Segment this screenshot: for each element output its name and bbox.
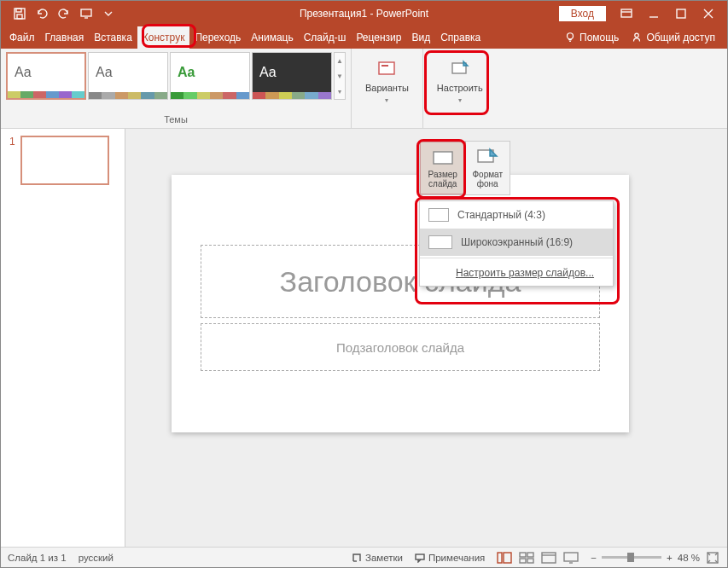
size-widescreen-option[interactable]: Широкоэкранный (16:9) — [420, 229, 613, 256]
save-icon[interactable] — [13, 7, 26, 20]
zoom-out-button[interactable]: − — [591, 553, 597, 563]
variants-button[interactable]: Варианты ▾ — [357, 52, 417, 110]
slide-thumbnails-pane: 1 — [1, 129, 125, 547]
setup-button[interactable]: Настроить ▾ — [428, 52, 492, 110]
maximize-icon[interactable] — [674, 7, 688, 20]
svg-rect-21 — [564, 553, 578, 561]
svg-point-6 — [568, 33, 574, 39]
redo-icon[interactable] — [57, 7, 71, 20]
svg-rect-9 — [381, 65, 388, 67]
ribbon-tabs: Файл Главная Вставка Конструк Переходь А… — [1, 26, 727, 49]
fit-to-window-icon[interactable] — [705, 551, 720, 565]
theme-office[interactable]: Aa — [6, 52, 86, 100]
reading-view-icon[interactable] — [541, 551, 556, 565]
setup-dropdown-panel: Размер слайда Формат фона — [419, 141, 510, 195]
comments-button[interactable]: Примечания — [415, 553, 485, 563]
theme-gallery-2[interactable]: Aa — [170, 52, 250, 100]
title-bar: Презентация1 - PowerPoint Вход — [1, 1, 727, 26]
tab-home[interactable]: Главная — [40, 26, 90, 49]
group-themes: Aa Aa Aa Aa ▲ ▼ ▾ Темы — [1, 49, 352, 128]
svg-rect-2 — [17, 14, 22, 19]
format-background-button[interactable]: Формат фона — [466, 142, 510, 194]
zoom-in-button[interactable]: + — [667, 553, 673, 563]
comments-icon — [415, 553, 425, 563]
tab-slideshow[interactable]: Слайд-ш — [299, 26, 352, 49]
notes-button[interactable]: Заметки — [352, 553, 403, 563]
start-from-beginning-icon[interactable] — [79, 7, 93, 20]
svg-rect-4 — [621, 9, 632, 17]
zoom-slider[interactable] — [602, 556, 661, 559]
standard-ratio-icon — [428, 208, 449, 222]
group-variants: Варианты ▾ — [352, 49, 423, 128]
svg-rect-14 — [498, 553, 502, 563]
tab-transitions[interactable]: Переходь — [189, 26, 246, 49]
notes-icon — [352, 553, 362, 563]
svg-rect-8 — [379, 62, 394, 74]
group-setup: Настроить ▾ — [423, 49, 497, 128]
slide-position: Слайд 1 из 1 — [8, 553, 67, 563]
slide-size-button[interactable]: Размер слайда — [420, 142, 466, 194]
slideshow-view-icon[interactable] — [563, 551, 579, 565]
svg-rect-17 — [527, 553, 533, 557]
share-icon — [631, 32, 643, 43]
svg-rect-19 — [527, 559, 533, 563]
subtitle-placeholder[interactable]: Подзаголовок слайда — [201, 323, 600, 371]
svg-rect-13 — [416, 554, 424, 559]
widescreen-ratio-icon — [428, 235, 452, 249]
tell-me-button[interactable]: Помощь — [564, 32, 619, 43]
svg-rect-1 — [16, 9, 21, 12]
tab-design[interactable]: Конструк — [137, 26, 190, 49]
minimize-icon[interactable] — [647, 7, 661, 20]
svg-rect-16 — [520, 553, 526, 557]
sorter-view-icon[interactable] — [519, 551, 534, 565]
menu-separator — [420, 258, 613, 258]
tab-view[interactable]: Вид — [406, 26, 435, 49]
close-icon[interactable] — [702, 7, 715, 20]
zoom-control: − + 48 % — [591, 551, 720, 565]
slide-thumbnail-1[interactable] — [20, 136, 109, 185]
share-button[interactable]: Общий доступ — [631, 32, 715, 43]
svg-rect-18 — [520, 559, 526, 563]
undo-icon[interactable] — [35, 7, 49, 20]
normal-view-icon[interactable] — [497, 551, 512, 565]
svg-rect-11 — [434, 152, 452, 164]
setup-icon — [450, 59, 470, 79]
svg-rect-15 — [504, 553, 511, 563]
title-bar-right: Вход — [559, 6, 727, 21]
quick-access-toolbar — [1, 7, 115, 20]
svg-rect-3 — [81, 9, 91, 16]
svg-rect-20 — [542, 553, 556, 563]
ribbon: Aa Aa Aa Aa ▲ ▼ ▾ Темы — [1, 49, 727, 129]
zoom-percent[interactable]: 48 % — [678, 553, 700, 563]
theme-gallery-3[interactable]: Aa — [252, 52, 332, 100]
language-indicator[interactable]: русский — [79, 553, 114, 563]
status-bar: Слайд 1 из 1 русский Заметки Примечания … — [1, 547, 727, 567]
svg-point-7 — [635, 33, 638, 37]
slide-size-icon — [432, 148, 454, 168]
slide-size-menu: Стандартный (4:3) Широкоэкранный (16:9) … — [419, 200, 614, 287]
tab-help[interactable]: Справка — [435, 26, 486, 49]
tab-insert[interactable]: Вставка — [89, 26, 137, 49]
ribbon-display-options-icon[interactable] — [620, 7, 633, 20]
size-standard-option[interactable]: Стандартный (4:3) — [420, 201, 613, 229]
workspace: 1 Заголовок слайда Подзаголовок слайда — [1, 129, 727, 547]
tab-file[interactable]: Файл — [4, 26, 40, 49]
format-background-icon — [476, 148, 498, 168]
variants-icon — [376, 59, 397, 79]
custom-slide-size-option[interactable]: Настроить размер слайдов... — [420, 260, 613, 286]
view-buttons — [497, 551, 579, 565]
lightbulb-icon — [564, 32, 576, 43]
themes-scroll-up-icon[interactable]: ▲ — [335, 57, 345, 65]
thumb-number: 1 — [9, 136, 15, 148]
themes-scroll-down-icon[interactable]: ▼ — [335, 72, 345, 80]
tab-review[interactable]: Рецензир — [351, 26, 406, 49]
qat-customize-icon[interactable] — [102, 7, 115, 20]
tab-animations[interactable]: Анимаць — [246, 26, 298, 49]
document-title: Презентация1 - PowerPoint — [300, 8, 428, 20]
group-themes-label: Темы — [6, 114, 346, 126]
svg-rect-5 — [677, 9, 685, 18]
themes-expand-icon[interactable]: ▾ — [335, 88, 345, 96]
signin-button[interactable]: Вход — [559, 6, 606, 21]
theme-gallery-1[interactable]: Aa — [88, 52, 168, 100]
